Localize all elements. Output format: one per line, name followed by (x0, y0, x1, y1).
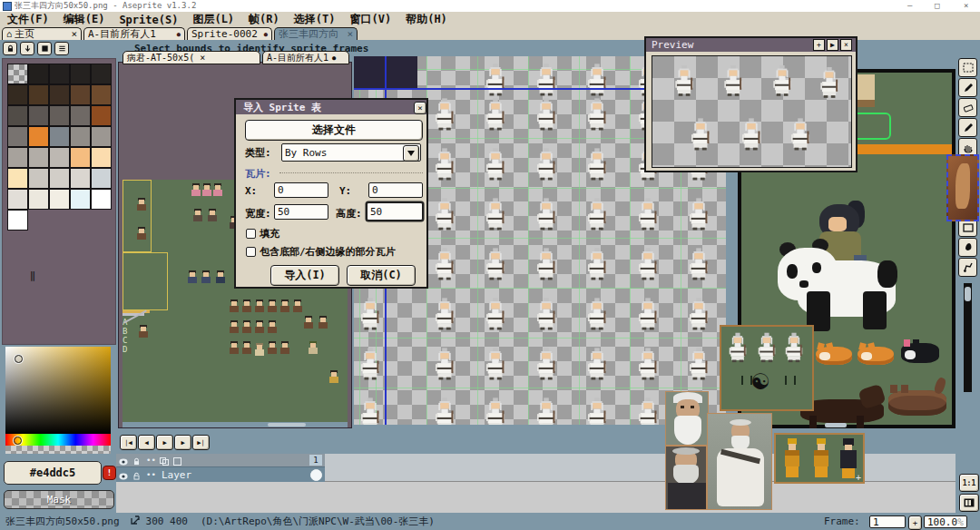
maximize-button[interactable]: □ (935, 1, 939, 10)
tab-2[interactable]: A-目前所有人1● (83, 27, 185, 40)
picker-marker[interactable] (15, 355, 23, 363)
dialog-title-bar[interactable]: 导入 Sprite 表 (236, 100, 426, 114)
palette-swatch[interactable] (91, 105, 112, 126)
menu-item-6[interactable]: 选择(T) (287, 12, 343, 27)
palette-swatch[interactable] (49, 189, 70, 210)
preview-close-icon[interactable]: × (840, 39, 852, 51)
palette-swatch[interactable] (91, 168, 112, 189)
menu-item-8[interactable]: 帮助(H) (398, 12, 455, 27)
tool-marquee-icon[interactable] (958, 58, 977, 77)
layer-eye-icon[interactable] (119, 466, 128, 484)
layer-name[interactable]: Layer (162, 469, 191, 481)
palette-swatch[interactable] (70, 126, 91, 147)
tab-3[interactable]: Sprite-0002● (187, 27, 272, 40)
palette-swatch[interactable] (7, 64, 28, 84)
height-input[interactable]: 50 (367, 202, 423, 221)
frame-number-header[interactable]: 1 (309, 455, 322, 466)
palette-swatch[interactable] (70, 105, 91, 126)
timeline-cels-area[interactable] (116, 481, 959, 514)
palette-swatch[interactable] (70, 168, 91, 189)
tab-close-icon[interactable]: × (200, 53, 205, 63)
preview-options-icon[interactable]: + (813, 39, 825, 51)
partial-tiles-checkbox[interactable] (246, 247, 256, 257)
palette-swatch[interactable] (91, 147, 112, 168)
playback-first-icon[interactable]: |◀ (120, 435, 137, 450)
palette-swatch[interactable] (28, 189, 49, 210)
tool-paint-bucket-icon[interactable] (958, 238, 977, 257)
menu-item-1[interactable]: 文件(F) (0, 12, 56, 27)
timeline-toggle-icon[interactable] (959, 494, 979, 512)
color-picker-box[interactable] (5, 347, 111, 434)
ref-armor-window[interactable]: + (774, 433, 865, 484)
palette-swatch[interactable] (28, 168, 49, 189)
palette-swatch[interactable] (70, 189, 91, 210)
palette-swatch[interactable] (28, 105, 49, 126)
palette-swatch[interactable] (49, 126, 70, 147)
layer-row[interactable]: •• Layer (116, 466, 325, 482)
frame-input[interactable]: 1 (869, 515, 906, 528)
tab-close-icon[interactable]: × (347, 28, 353, 40)
palette-swatch[interactable] (49, 105, 70, 126)
tab-1[interactable]: ⌂主页× (2, 27, 82, 40)
hex-color-field[interactable]: #e4ddc5 (4, 461, 102, 485)
type-select[interactable]: By Rows (281, 143, 421, 162)
palette-swatch[interactable] (28, 64, 49, 84)
palette-swatch[interactable] (7, 126, 28, 147)
width-input[interactable]: 50 (274, 204, 328, 220)
reference-photo-elder-dark[interactable] (665, 446, 707, 510)
menu-item-7[interactable]: 窗口(V) (342, 12, 398, 27)
palette-swatch[interactable] (49, 84, 70, 105)
close-button[interactable]: × (964, 1, 968, 10)
tool-contour-icon[interactable] (958, 258, 977, 277)
tab-everyone[interactable]: A-目前所有人1 ● (262, 51, 349, 64)
palette-swatch[interactable] (70, 147, 91, 168)
menu-item-3[interactable]: Sprite(S) (112, 14, 185, 26)
reference-photo-seated-elder[interactable] (707, 413, 772, 510)
palette-swatch[interactable] (91, 189, 112, 210)
palette-swatch[interactable] (70, 84, 91, 105)
hue-slider[interactable] (5, 434, 111, 446)
palette-swatch[interactable] (28, 84, 49, 105)
palette-swatch[interactable] (7, 210, 28, 231)
choose-file-button[interactable]: 选择文件 (245, 120, 423, 141)
preview-title-bar[interactable]: Preview +▶× (646, 38, 856, 52)
menu-item-4[interactable]: 图层(L) (185, 12, 241, 27)
palette-swatch[interactable] (28, 126, 49, 147)
playback-last-icon[interactable]: ▶| (192, 435, 210, 450)
minimize-button[interactable]: — (907, 1, 912, 10)
playback-next-icon[interactable]: ▶ (174, 435, 191, 450)
mask-button[interactable]: Mask (4, 490, 114, 509)
ref-sprite-window[interactable]: ☯ (720, 325, 814, 411)
frame-stepper-button[interactable]: + (908, 515, 922, 530)
zoom-input[interactable]: 100.0% (924, 515, 967, 528)
dialog-close-icon[interactable]: × (414, 102, 426, 114)
ref-image-floating[interactable] (946, 154, 979, 221)
doc-scrollbar[interactable] (122, 422, 348, 427)
tab-close-icon[interactable]: × (71, 28, 77, 40)
menu-item-2[interactable]: 编辑(E) (56, 12, 113, 27)
palette-presets-icon[interactable] (37, 42, 52, 55)
tab-4[interactable]: 张三丰四方向× (274, 27, 358, 40)
palette-swatch[interactable] (91, 126, 112, 147)
doc-scroll-thumb[interactable] (268, 423, 306, 427)
import-button[interactable]: 导入(I) (270, 265, 339, 286)
editor-scroll-thumb[interactable] (965, 287, 971, 301)
preview-play-icon[interactable]: ▶ (827, 39, 838, 51)
tool-pencil-icon[interactable] (958, 78, 977, 97)
zoom-1-1-button[interactable]: 1:1 (959, 474, 979, 492)
palette-swatch[interactable] (49, 168, 70, 189)
menu-item-5[interactable]: 帧(R) (241, 12, 287, 27)
playback-play-icon[interactable]: ▶ (156, 435, 173, 450)
editor-scrollbar[interactable] (964, 283, 972, 392)
palette-swatch[interactable] (7, 105, 28, 126)
palette-swatch[interactable] (7, 84, 28, 105)
palette-swatch[interactable] (91, 64, 112, 84)
cel-dot[interactable] (310, 469, 322, 481)
palette-warning-button[interactable]: ! (103, 466, 116, 480)
alpha-slider[interactable] (5, 446, 111, 454)
green-doc-scroll-thumb[interactable] (825, 423, 847, 427)
continuous-icon[interactable]: •• (146, 456, 156, 465)
padding-checkbox[interactable] (246, 229, 256, 239)
palette-swatch[interactable] (70, 64, 91, 84)
palette-swatch[interactable] (28, 147, 49, 168)
